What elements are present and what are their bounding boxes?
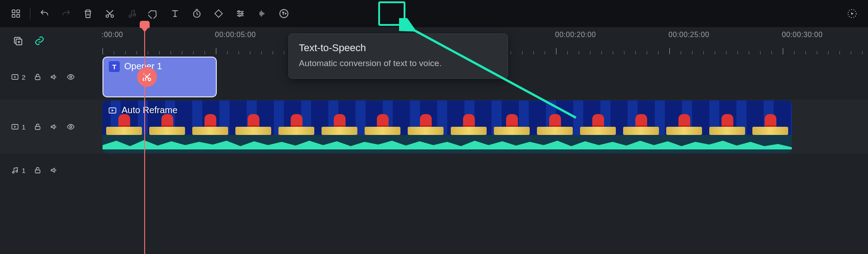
svg-point-25: [12, 172, 14, 173]
track-kind-video1: 1: [11, 123, 25, 131]
svg-point-26: [16, 170, 18, 172]
svg-point-20: [148, 78, 151, 81]
cut-marker[interactable]: [136, 59, 158, 95]
svg-point-4: [106, 15, 109, 18]
sliders-icon[interactable]: [233, 6, 248, 21]
track-label: 1: [22, 123, 25, 131]
svg-rect-1: [17, 10, 20, 13]
clip-waveform: [102, 135, 792, 153]
svg-rect-3: [17, 14, 20, 17]
add-track-icon[interactable]: [13, 36, 23, 46]
tooltip-body: Automatic conversion of text to voice.: [299, 58, 497, 68]
svg-point-9: [238, 11, 240, 13]
svg-point-10: [241, 13, 243, 14]
ruler-label: 00:00:25:00: [668, 31, 709, 39]
ruler-label: 00:00:05:00: [215, 31, 256, 39]
svg-rect-0: [12, 10, 15, 13]
link-icon[interactable]: [34, 36, 44, 46]
apps-icon[interactable]: [8, 6, 24, 21]
text-clip-icon: T: [109, 61, 120, 72]
tooltip-title: Text-to-Speech: [299, 42, 497, 54]
clip-auto-reframe[interactable]: Auto Reframe: [102, 101, 792, 153]
track-kind-video2: 2: [11, 73, 25, 81]
timeline-empty-area: [0, 187, 868, 254]
eye-icon[interactable]: [66, 123, 75, 131]
tts-tooltip: Text-to-Speech Automatic conversion of t…: [288, 34, 508, 79]
cut-icon[interactable]: [102, 6, 117, 21]
redo-icon[interactable]: [59, 6, 74, 21]
svg-rect-17: [35, 77, 40, 80]
eye-icon[interactable]: [66, 73, 75, 81]
speaker-icon[interactable]: [50, 73, 58, 81]
track-audio-1: 1: [0, 154, 868, 187]
speaker-icon[interactable]: [50, 166, 58, 174]
ruler-label: 00:00:30:00: [782, 31, 823, 39]
ruler-label: 00:00:20:00: [555, 31, 596, 39]
toolbar: [0, 0, 868, 27]
audio-spectrum-icon[interactable]: [254, 6, 270, 21]
tts-highlight-annotation: [378, 1, 405, 26]
keyframe-icon[interactable]: [211, 6, 226, 21]
svg-point-23: [70, 126, 72, 128]
tag-icon[interactable]: [146, 6, 161, 21]
svg-point-6: [129, 15, 132, 18]
lock-icon[interactable]: [34, 166, 42, 174]
svg-rect-22: [35, 126, 40, 129]
lock-icon[interactable]: [34, 73, 42, 81]
lock-icon[interactable]: [34, 123, 42, 131]
clip-opener[interactable]: T Opener 1: [102, 57, 217, 97]
text-icon[interactable]: [167, 6, 183, 21]
svg-point-12: [280, 10, 288, 18]
track-label: 1: [22, 167, 25, 174]
music-note-icon[interactable]: [124, 6, 139, 21]
undo-icon[interactable]: [37, 6, 52, 21]
text-to-speech-icon[interactable]: [276, 6, 292, 21]
track-kind-audio1: 1: [11, 166, 25, 174]
svg-rect-2: [12, 14, 15, 17]
timer-icon[interactable]: [189, 6, 205, 21]
svg-point-18: [70, 76, 72, 78]
ruler-label: :00:00: [102, 31, 123, 39]
playhead[interactable]: [144, 27, 145, 254]
clip-label: Auto Reframe: [122, 105, 177, 115]
toolbar-divider: [30, 8, 30, 19]
svg-rect-27: [35, 170, 40, 173]
render-preview-icon[interactable]: [844, 6, 860, 21]
track-label: 2: [22, 73, 25, 81]
delete-icon[interactable]: [80, 6, 96, 21]
speaker-icon[interactable]: [50, 123, 58, 131]
svg-point-11: [239, 15, 240, 17]
svg-point-5: [111, 15, 114, 18]
track-video-1: 1 Auto Reframe: [0, 100, 868, 154]
